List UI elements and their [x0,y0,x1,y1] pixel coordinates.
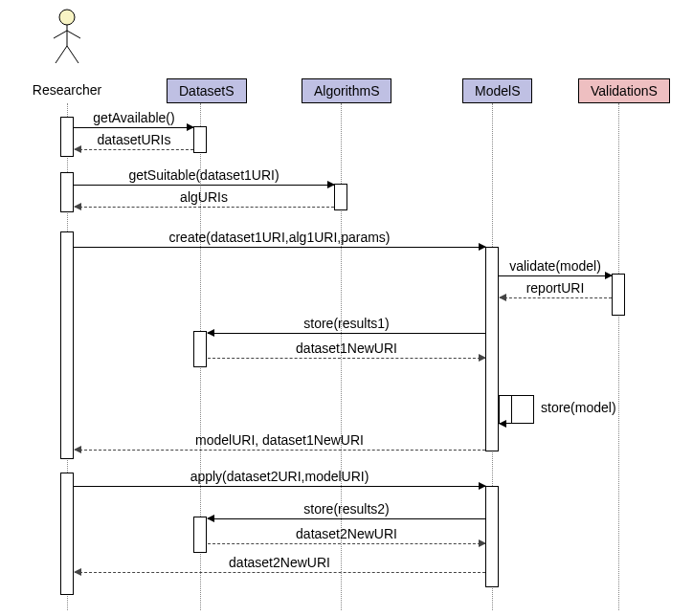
arrow [75,207,334,208]
arrow [208,358,485,359]
activation [193,517,207,553]
arrowhead-icon [74,446,81,453]
lifeline-validations [618,103,619,610]
msg-store-model: store(model) [541,400,616,415]
arrow [75,450,485,451]
msg-alg-uris: algURIs [75,189,333,205]
msg-apply: apply(dataset2URI,modelURI) [75,469,484,484]
arrow [75,149,193,150]
activation [612,274,625,316]
arrowhead-icon [207,329,214,337]
activation [334,184,347,210]
msg-dataset2-new-uri: dataset2NewURI [208,526,485,541]
arrow [75,572,485,573]
arrowhead-icon [479,482,486,490]
activation [485,486,499,587]
arrowhead-icon [207,515,214,522]
actor-icon [48,8,86,65]
msg-get-available: getAvailable() [75,110,193,125]
actor-label: Researcher [29,82,105,98]
arrow [74,486,485,487]
sequence-diagram: Researcher DatasetS AlgorithmS ModelS Va… [0,0,693,616]
participant-algorithms: AlgorithmS [302,78,391,103]
activation [193,331,207,367]
svg-line-4 [56,46,67,63]
arrowhead-icon [499,420,506,428]
arrow [500,297,612,298]
arrow [208,543,485,544]
msg-store-results2: store(results2) [208,501,485,517]
arrow [208,518,485,519]
svg-line-5 [67,46,78,63]
arrow [499,275,612,276]
arrowhead-icon [479,539,486,547]
arrow [74,127,193,128]
participant-models: ModelS [462,78,532,103]
arrowhead-icon [74,145,81,153]
msg-report-uri: reportURI [500,280,611,296]
activation [485,247,499,451]
arrowhead-icon [479,354,486,362]
arrowhead-icon [499,294,506,301]
svg-line-2 [54,31,67,38]
arrowhead-icon [479,243,486,251]
activation [60,231,74,459]
svg-line-3 [67,31,80,38]
activation [60,473,74,595]
arrowhead-icon [187,123,194,131]
arrow [74,185,334,186]
msg-dataset-uris: datasetURIs [75,132,193,147]
activation [60,172,74,212]
msg-store-results1: store(results1) [208,316,485,331]
arrowhead-icon [74,203,81,210]
arrowhead-icon [74,568,81,576]
msg-create: create(dataset1URI,alg1URI,params) [75,230,484,245]
participant-datasets: DatasetS [167,78,247,103]
activation [193,126,207,153]
arrowhead-icon [605,272,613,279]
participant-validations: ValidationS [578,78,670,103]
svg-point-0 [59,10,75,25]
msg-model-uri-return: modelURI, dataset1NewURI [75,432,484,448]
msg-dataset2-new-uri-return: dataset2NewURI [75,555,484,570]
arrow [74,247,485,248]
activation [60,117,74,157]
msg-dataset1-new-uri: dataset1NewURI [208,341,485,356]
arrow [208,333,485,334]
arrowhead-icon [327,181,335,188]
msg-validate: validate(model) [500,258,611,274]
msg-get-suitable: getSuitable(dataset1URI) [75,167,333,183]
